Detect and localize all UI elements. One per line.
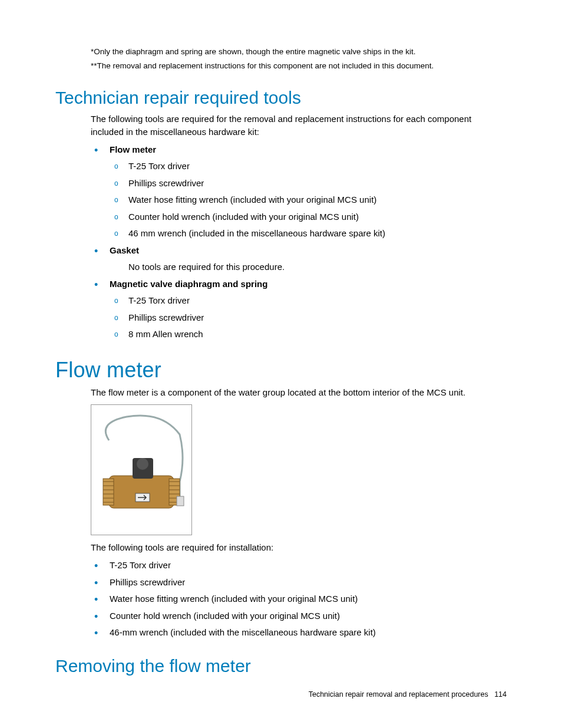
list-item: Phillips screwdriver	[91, 576, 507, 589]
section-title-tools: Technician repair required tools	[55, 88, 507, 108]
sub-list-item: Phillips screwdriver	[110, 177, 507, 190]
list-item: Counter hold wrench (included with your …	[91, 610, 507, 623]
svg-point-16	[137, 458, 148, 470]
footnote-1: *Only the diaphragm and spring are shown…	[91, 46, 507, 58]
page-footer: Technician repair removal and replacemen…	[309, 690, 507, 699]
sub-list-item: Water hose fitting wrench (included with…	[110, 193, 507, 207]
flow-meter-figure	[91, 404, 192, 535]
list-item: Magnetic valve diaphragm and spring T-25…	[91, 278, 507, 341]
install-tools-list: T-25 Torx driver Phillips screwdriver Wa…	[91, 559, 507, 640]
sub-list-item: T-25 Torx driver	[110, 294, 507, 308]
list-item: Water hose fitting wrench (included with…	[91, 592, 507, 606]
footnote-2: **The removal and replacement instructio…	[91, 60, 507, 72]
item-label: Magnetic valve diaphragm and spring	[110, 279, 267, 289]
svg-rect-18	[177, 496, 184, 506]
item-label: Gasket	[110, 245, 139, 255]
svg-rect-0	[109, 476, 174, 508]
section1-intro: The following tools are required for the…	[91, 113, 507, 139]
sub-list-item: Phillips screwdriver	[110, 311, 507, 325]
footer-text: Technician repair removal and replacemen…	[309, 690, 488, 699]
item-label: Flow meter	[110, 144, 156, 154]
section-title-flow-meter: Flow meter	[55, 358, 507, 383]
section2-tools-intro: The following tools are required for ins…	[91, 541, 507, 554]
list-item: Flow meter T-25 Torx driver Phillips scr…	[91, 143, 507, 241]
svg-rect-1	[103, 479, 114, 505]
tools-list: Flow meter T-25 Torx driver Phillips scr…	[91, 143, 507, 341]
sub-list-item: 46 mm wrench (included in the miscellane…	[110, 227, 507, 241]
item-text: No tools are required for this procedure…	[128, 261, 507, 274]
footer-page-number: 114	[494, 690, 507, 699]
list-item: Gasket No tools are required for this pr…	[91, 244, 507, 274]
list-item: 46-mm wrench (included with the miscella…	[91, 626, 507, 640]
section2-intro: The flow meter is a component of the wat…	[91, 386, 507, 399]
flow-meter-icon	[91, 405, 191, 535]
sub-list-item: 8 mm Allen wrench	[110, 328, 507, 341]
section-title-removing: Removing the flow meter	[55, 656, 507, 676]
sub-list-item: T-25 Torx driver	[110, 160, 507, 173]
sub-list-item: Counter hold wrench (included with your …	[110, 210, 507, 224]
list-item: T-25 Torx driver	[91, 559, 507, 572]
